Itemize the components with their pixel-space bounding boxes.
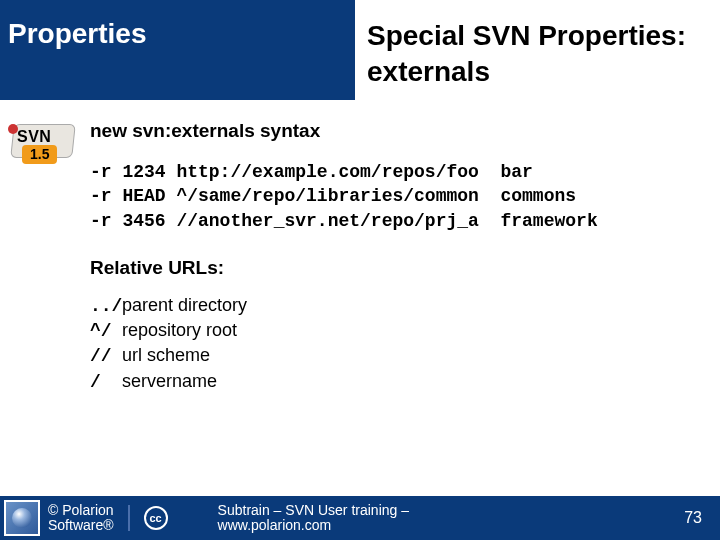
- copyright-line2: Software®: [48, 518, 114, 533]
- header-right-title: Special SVN Properties: externals: [355, 0, 720, 100]
- page-number: 73: [684, 509, 720, 527]
- code-line: -r 1234 http://example.com/repos/foo bar: [90, 162, 533, 182]
- slide-footer: © Polarion Software® cc Subtrain – SVN U…: [0, 496, 720, 540]
- relative-url-item: ^/repository root: [90, 318, 598, 343]
- slide-content: SVN 1.5 new svn:externals syntax -r 1234…: [0, 100, 720, 394]
- code-line: -r HEAD ^/same/repo/libraries/common com…: [90, 186, 576, 206]
- footer-divider: [128, 505, 130, 531]
- section-title: new svn:externals syntax: [90, 120, 598, 142]
- rel-desc: servername: [122, 371, 217, 391]
- copyright-line1: © Polarion: [48, 503, 114, 518]
- footer-center-text: Subtrain – SVN User training – www.polar…: [168, 503, 685, 534]
- polarion-logo-icon: [4, 500, 40, 536]
- header-left-title: Properties: [0, 0, 355, 100]
- svn-version-badge: 1.5: [22, 145, 57, 164]
- relative-url-item: //url scheme: [90, 343, 598, 368]
- footer-center-line2: www.polarion.com: [218, 518, 685, 533]
- cc-icon: cc: [144, 506, 168, 530]
- relative-url-item: /servername: [90, 369, 598, 394]
- svn-logo-icon: SVN 1.5: [10, 120, 78, 168]
- svn-section: SVN 1.5 new svn:externals syntax -r 1234…: [10, 120, 710, 394]
- rel-symbol: //: [90, 344, 122, 368]
- header-title-line1: Special SVN Properties:: [367, 18, 708, 54]
- footer-copyright: © Polarion Software®: [48, 503, 114, 534]
- slide-header: Properties Special SVN Properties: exter…: [0, 0, 720, 100]
- footer-center-line1: Subtrain – SVN User training –: [218, 503, 685, 518]
- rel-desc: parent directory: [122, 295, 247, 315]
- relative-urls-title: Relative URLs:: [90, 257, 598, 279]
- relative-url-item: ../parent directory: [90, 293, 598, 318]
- syntax-section: new svn:externals syntax -r 1234 http://…: [90, 120, 598, 394]
- code-block: -r 1234 http://example.com/repos/foo bar…: [90, 160, 598, 233]
- rel-desc: url scheme: [122, 345, 210, 365]
- code-line: -r 3456 //another_svr.net/repo/prj_a fra…: [90, 211, 598, 231]
- rel-symbol: /: [90, 370, 122, 394]
- rel-symbol: ../: [90, 294, 122, 318]
- rel-symbol: ^/: [90, 319, 122, 343]
- svn-logo-text: SVN: [17, 128, 51, 146]
- rel-desc: repository root: [122, 320, 237, 340]
- relative-urls-list: ../parent directory ^/repository root //…: [90, 293, 598, 394]
- header-title-line2: externals: [367, 54, 708, 90]
